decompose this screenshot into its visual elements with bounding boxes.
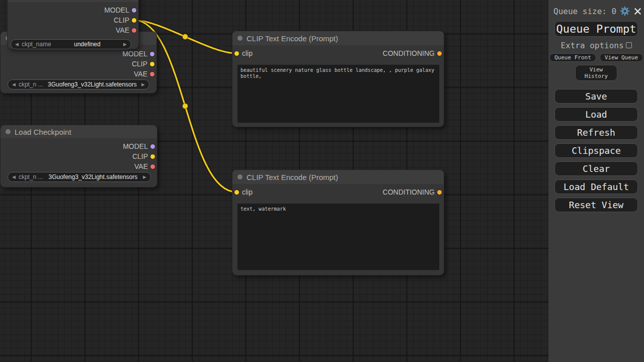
clip-text-encode-positive-node[interactable]: CLIP Text Encode (Prompt) clip CONDITION… [232, 31, 444, 127]
widget-next-arrow-icon[interactable]: ▶ [141, 82, 145, 87]
ckpt-name-widget[interactable]: ◀ ckpt_n ... 3Guofeng3_v32Light.safetens… [8, 172, 151, 182]
model-output-label: MODEL [104, 6, 129, 14]
conditioning-output-port[interactable] [437, 190, 442, 195]
load-checkpoint-node-top[interactable]: MODEL CLIP VAE ◀ ckpt_name undefined ▶ [8, 0, 138, 49]
negative-prompt-textarea[interactable]: text, watermark [237, 203, 440, 270]
queue-size-label: Queue size: 0 [553, 7, 616, 16]
link-midpoint-dot [183, 34, 188, 40]
view-history-button[interactable]: View History [575, 65, 617, 81]
clip-output-port[interactable] [150, 62, 154, 66]
vae-output-label: VAE [134, 162, 148, 170]
clip-output-label: CLIP [132, 152, 148, 160]
clipspace-button[interactable]: Clipspace [554, 143, 638, 158]
node-title-bar[interactable]: Load Checkpoint [1, 125, 157, 138]
comfy-menu: Queue size: 0 [548, 0, 644, 362]
conditioning-output-label: CONDITIONING [383, 188, 435, 196]
extra-options-label: Extra options [560, 41, 623, 50]
clip-input-slot: clip [232, 48, 253, 58]
vae-output-slot: VAE [1, 161, 157, 171]
clip-output-port[interactable] [150, 154, 155, 159]
clip-text-encode-negative-node[interactable]: CLIP Text Encode (Prompt) clip CONDITION… [232, 170, 444, 275]
widget-next-arrow-icon[interactable]: ▶ [143, 174, 146, 179]
widget-prev-arrow-icon[interactable]: ◀ [15, 42, 19, 47]
clip-output-port[interactable] [132, 18, 136, 23]
widget-name: ckpt_name [22, 41, 51, 48]
widget-name: ckpt_n ... [19, 81, 43, 88]
clip-output-slot: CLIP [1, 59, 156, 69]
model-output-slot: MODEL [1, 49, 156, 59]
conditioning-output-slot: CONDITIONING [383, 187, 444, 197]
model-output-slot: MODEL [1, 141, 157, 151]
widget-value: 3Guofeng3_v32Light.safetensors [46, 81, 138, 88]
widget-value: 3Guofeng3_v32Light.safetensors [46, 173, 140, 180]
clip-output-label: CLIP [114, 16, 129, 24]
queue-front-button[interactable]: Queue Front [549, 53, 596, 62]
clear-button[interactable]: Clear [554, 161, 638, 176]
node-title: Load Checkpoint [15, 128, 71, 136]
conditioning-output-port[interactable] [437, 51, 442, 56]
vae-output-port[interactable] [150, 164, 155, 169]
widget-prev-arrow-icon[interactable]: ◀ [12, 174, 16, 179]
node-status-dot [237, 174, 243, 179]
node-status-dot [237, 36, 243, 41]
model-output-port[interactable] [150, 52, 154, 56]
conditioning-output-label: CONDITIONING [383, 49, 435, 57]
close-menu-icon[interactable] [633, 7, 642, 16]
reset-view-button[interactable]: Reset View [554, 198, 638, 212]
settings-gear-icon[interactable] [620, 6, 630, 16]
vae-output-port[interactable] [132, 28, 136, 33]
node-title-bar[interactable]: CLIP Text Encode (Prompt) [232, 31, 444, 45]
menu-actions: Save Load Refresh Clipspace Clear Load D… [554, 89, 638, 212]
view-queue-button[interactable]: View Queue [600, 53, 643, 62]
save-button[interactable]: Save [554, 89, 638, 104]
clip-output-slot: CLIP [8, 15, 138, 25]
clip-input-port[interactable] [234, 190, 239, 195]
graph-canvas[interactable]: MODEL CLIP VAE ◀ ckpt_n ... 3Guofeng3_v3… [0, 0, 644, 362]
load-checkpoint-node[interactable]: Load Checkpoint MODEL CLIP VAE ◀ ckpt_n … [1, 125, 157, 187]
clip-output-label: CLIP [132, 60, 147, 68]
queue-prompt-button[interactable]: Queue Prompt [554, 21, 638, 37]
vae-output-port[interactable] [150, 72, 154, 76]
model-output-slot: MODEL [8, 5, 138, 15]
load-default-button[interactable]: Load Default [554, 179, 638, 194]
menu-header: Queue size: 0 [553, 6, 639, 16]
vae-output-slot: VAE [8, 25, 138, 35]
clip-input-slot: clip [232, 187, 253, 197]
link-midpoint-dot [183, 104, 188, 109]
node-status-dot [6, 129, 11, 134]
load-button[interactable]: Load [554, 107, 638, 122]
ckpt-name-widget[interactable]: ◀ ckpt_name undefined ▶ [11, 39, 131, 49]
clip-input-label: clip [242, 188, 253, 196]
model-output-port[interactable] [132, 8, 136, 13]
widget-prev-arrow-icon[interactable]: ◀ [12, 82, 16, 87]
model-output-label: MODEL [122, 50, 147, 58]
extra-options-checkbox[interactable] [626, 42, 632, 48]
vae-output-slot: VAE [1, 69, 156, 79]
conditioning-output-slot: CONDITIONING [383, 48, 444, 58]
node-title-bar[interactable]: CLIP Text Encode (Prompt) [232, 170, 444, 184]
widget-next-arrow-icon[interactable]: ▶ [123, 42, 127, 47]
vae-output-label: VAE [116, 26, 129, 34]
model-output-port[interactable] [150, 144, 155, 149]
clip-output-slot: CLIP [1, 151, 157, 161]
widget-name: ckpt_n ... [19, 173, 43, 180]
model-output-label: MODEL [123, 142, 148, 150]
refresh-button[interactable]: Refresh [554, 125, 638, 140]
ckpt-name-widget[interactable]: ◀ ckpt_n ... 3Guofeng3_v32Light.safetens… [8, 79, 149, 89]
clip-input-port[interactable] [234, 51, 239, 56]
node-title: CLIP Text Encode (Prompt) [247, 34, 338, 43]
clip-input-label: clip [242, 49, 253, 57]
node-title: CLIP Text Encode (Prompt) [247, 173, 338, 182]
vae-output-label: VAE [134, 70, 147, 78]
positive-prompt-textarea[interactable]: beautiful scenery nature glass bottle la… [237, 64, 440, 123]
widget-value: undefined [54, 41, 120, 48]
